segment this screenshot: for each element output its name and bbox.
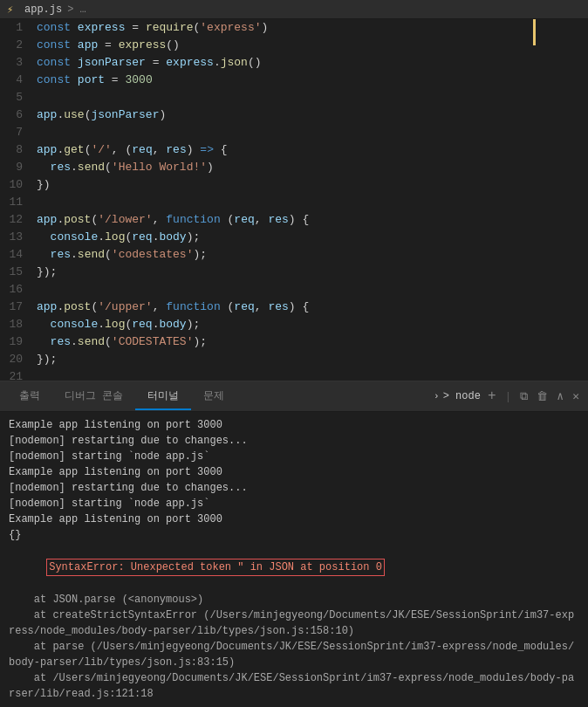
terminal-line: Example app listening on port 3000 [9,417,579,433]
terminal-line: at createStrictSyntaxError (/Users/minje… [9,607,579,639]
terminal-line: [nodemon] starting `node app.js` [9,449,579,464]
terminal-line: at /Users/minjegyeong/Documents/JK/ESE/S… [9,670,579,702]
filename: app.js [24,3,62,16]
trash-button[interactable]: 🗑 [535,390,550,403]
chevron-up-button[interactable]: ∧ [555,389,565,403]
terminal-content: Example app listening on port 3000 [node… [0,412,588,704]
tab-debug[interactable]: 디버그 콘솔 [52,383,135,410]
tab-output[interactable]: 출력 [7,383,52,410]
error-message: SyntaxError: Unexpected token " in JSON … [46,559,385,576]
terminal-panel: 출력 디버그 콘솔 터미널 문제 › > node + | ⧉ 🗑 ∧ ✕ Ex… [0,381,588,704]
separator: | [505,390,512,403]
code-content: const express = require('express') const… [33,19,588,381]
line-numbers: 1 2 3 4 5 6 7 8 9 10 11 12 13 14 15 16 1… [0,19,33,381]
terminal-tabs: 출력 디버그 콘솔 터미널 문제 › > node + | ⧉ 🗑 ∧ ✕ [0,381,588,412]
terminal-line: Example app listening on port 3000 [9,464,579,480]
terminal-line: [nodemon] starting `node app.js` [9,496,579,511]
terminal-line: {} [9,527,579,543]
terminal-line: at JSON.parse (<anonymous>) [9,592,579,607]
file-icon: ⚡ [7,3,19,16]
terminal-line: Example app listening on port 3000 [9,511,579,527]
terminal-line: [nodemon] restarting due to changes... [9,433,579,449]
terminal-line: at parse (/Users/minjegyeong/Documents/J… [9,639,579,670]
code-editor: 1 2 3 4 5 6 7 8 9 10 11 12 13 14 15 16 1… [0,19,588,381]
tab-problems[interactable]: 문제 [191,383,236,410]
terminal-line: [nodemon] restarting due to changes... [9,480,579,496]
terminal-runtime: > node [443,390,481,402]
add-terminal-button[interactable]: + [486,388,498,404]
minimap-highlight [533,19,536,45]
terminal-icon: › [434,391,440,402]
terminal-actions: › > node + | ⧉ 🗑 ∧ ✕ [434,388,581,404]
terminal-line: at invokeCallback (/Users/minjegyeong/Do… [9,702,579,704]
breadcrumb: > … [67,3,86,16]
terminal-error-line: SyntaxError: Unexpected token " in JSON … [9,543,385,592]
split-terminal-button[interactable]: ⧉ [518,390,530,403]
terminal-label: › > node [434,390,481,402]
close-terminal-button[interactable]: ✕ [571,389,581,403]
title-bar: ⚡ app.js > … [0,0,588,19]
tab-terminal[interactable]: 터미널 [135,383,191,410]
